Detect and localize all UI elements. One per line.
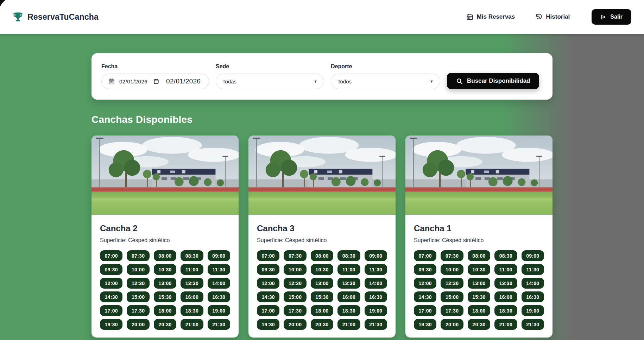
search-availability-button[interactable]: Buscar Disponibilidad: [447, 73, 539, 89]
time-slot-button[interactable]: 09:00: [365, 250, 387, 261]
time-slot-button[interactable]: 08:30: [494, 250, 517, 261]
time-slot-button[interactable]: 13:00: [468, 278, 490, 289]
time-slot-button[interactable]: 13:30: [494, 278, 517, 289]
time-slot-button[interactable]: 19:30: [257, 319, 279, 330]
time-slot-button[interactable]: 15:00: [127, 291, 149, 302]
time-slot-button[interactable]: 12:30: [284, 278, 306, 289]
time-slot-button[interactable]: 20:30: [468, 319, 490, 330]
sede-select[interactable]: Todas ▼: [216, 74, 324, 89]
time-slot-button[interactable]: 12:00: [257, 278, 279, 289]
time-slot-button[interactable]: 18:00: [154, 305, 176, 316]
time-slot-button[interactable]: 07:00: [100, 250, 122, 261]
time-slot-button[interactable]: 11:30: [208, 264, 230, 275]
time-slot-button[interactable]: 17:00: [414, 305, 436, 316]
date-end-value[interactable]: 02/01/2026: [166, 77, 201, 85]
time-slot-button[interactable]: 14:00: [208, 278, 230, 289]
time-slot-button[interactable]: 07:30: [441, 250, 463, 261]
time-slot-button[interactable]: 11:30: [522, 264, 544, 275]
time-slot-button[interactable]: 16:00: [181, 291, 203, 302]
date-picker-icon[interactable]: [153, 78, 159, 84]
time-slot-button[interactable]: 21:00: [337, 319, 360, 330]
time-slot-button[interactable]: 21:30: [522, 319, 544, 330]
time-slot-button[interactable]: 12:30: [127, 278, 149, 289]
deporte-select[interactable]: Todos ▼: [331, 74, 440, 89]
time-slot-button[interactable]: 20:00: [441, 319, 463, 330]
time-slot-button[interactable]: 08:00: [154, 250, 176, 261]
time-slot-button[interactable]: 17:00: [100, 305, 122, 316]
time-slot-button[interactable]: 08:30: [337, 250, 360, 261]
time-slot-button[interactable]: 18:30: [181, 305, 203, 316]
time-slot-button[interactable]: 12:30: [441, 278, 463, 289]
time-slot-button[interactable]: 20:00: [127, 319, 149, 330]
time-slot-button[interactable]: 16:00: [494, 291, 517, 302]
time-slot-button[interactable]: 17:30: [441, 305, 463, 316]
time-slot-button[interactable]: 11:00: [494, 264, 517, 275]
time-slot-button[interactable]: 14:30: [414, 291, 436, 302]
time-slot-button[interactable]: 21:30: [365, 319, 387, 330]
time-slot-button[interactable]: 08:00: [311, 250, 333, 261]
time-slot-button[interactable]: 17:30: [127, 305, 149, 316]
time-slot-button[interactable]: 09:00: [522, 250, 544, 261]
time-slot-button[interactable]: 07:00: [257, 250, 279, 261]
time-slot-button[interactable]: 15:30: [468, 291, 490, 302]
time-slot-button[interactable]: 16:30: [365, 291, 387, 302]
time-slot-button[interactable]: 21:00: [494, 319, 517, 330]
time-slot-button[interactable]: 09:30: [100, 264, 122, 275]
nav-mis-reservas[interactable]: Mis Reservas: [466, 13, 515, 20]
time-slot-button[interactable]: 12:00: [414, 278, 436, 289]
time-slot-button[interactable]: 13:00: [154, 278, 176, 289]
nav-historial[interactable]: Historial: [535, 13, 570, 20]
time-slot-button[interactable]: 10:00: [284, 264, 306, 275]
time-slot-button[interactable]: 21:00: [181, 319, 203, 330]
time-slot-button[interactable]: 19:30: [414, 319, 436, 330]
time-slot-button[interactable]: 15:00: [441, 291, 463, 302]
time-slot-button[interactable]: 10:00: [441, 264, 463, 275]
time-slot-button[interactable]: 10:30: [468, 264, 490, 275]
time-slot-button[interactable]: 18:30: [494, 305, 517, 316]
time-slot-button[interactable]: 13:30: [337, 278, 360, 289]
time-slot-button[interactable]: 13:00: [311, 278, 333, 289]
time-slot-button[interactable]: 18:30: [337, 305, 360, 316]
time-slot-button[interactable]: 19:00: [208, 305, 230, 316]
time-slot-button[interactable]: 18:00: [468, 305, 490, 316]
time-slot-button[interactable]: 10:30: [311, 264, 333, 275]
time-slot-button[interactable]: 09:30: [414, 264, 436, 275]
time-slot-button[interactable]: 14:30: [257, 291, 279, 302]
time-slot-button[interactable]: 17:00: [257, 305, 279, 316]
time-slot-button[interactable]: 18:00: [311, 305, 333, 316]
time-slot-button[interactable]: 09:00: [208, 250, 230, 261]
time-slot-button[interactable]: 12:00: [100, 278, 122, 289]
time-slot-button[interactable]: 19:30: [100, 319, 122, 330]
logout-button[interactable]: Salir: [592, 9, 631, 25]
time-slot-button[interactable]: 16:30: [208, 291, 230, 302]
time-slot-button[interactable]: 13:30: [181, 278, 203, 289]
time-slot-button[interactable]: 16:00: [337, 291, 360, 302]
time-slot-button[interactable]: 20:30: [154, 319, 176, 330]
time-slot-button[interactable]: 19:00: [365, 305, 387, 316]
time-slot-button[interactable]: 15:00: [284, 291, 306, 302]
time-slot-button[interactable]: 16:30: [522, 291, 544, 302]
time-slot-button[interactable]: 10:30: [154, 264, 176, 275]
time-slot-button[interactable]: 07:30: [284, 250, 306, 261]
time-slot-button[interactable]: 20:00: [284, 319, 306, 330]
time-slot-button[interactable]: 14:00: [522, 278, 544, 289]
time-slot-button[interactable]: 17:30: [284, 305, 306, 316]
time-slot-button[interactable]: 07:00: [414, 250, 436, 261]
time-slot-button[interactable]: 14:00: [365, 278, 387, 289]
time-slot-button[interactable]: 08:30: [181, 250, 203, 261]
time-slot-button[interactable]: 15:30: [311, 291, 333, 302]
time-slot-button[interactable]: 08:00: [468, 250, 490, 261]
date-start-value[interactable]: 02/01/2026: [119, 78, 147, 84]
time-slot-button[interactable]: 21:30: [208, 319, 230, 330]
date-range-field[interactable]: 02/01/2026 02/01/2026: [101, 74, 209, 89]
time-slot-button[interactable]: 07:30: [127, 250, 149, 261]
time-slot-button[interactable]: 14:30: [100, 291, 122, 302]
time-slot-button[interactable]: 15:30: [154, 291, 176, 302]
time-slot-button[interactable]: 11:00: [337, 264, 360, 275]
time-slot-button[interactable]: 09:30: [257, 264, 279, 275]
time-slot-button[interactable]: 10:00: [127, 264, 149, 275]
time-slot-button[interactable]: 19:00: [522, 305, 544, 316]
time-slot-button[interactable]: 11:00: [181, 264, 203, 275]
time-slot-button[interactable]: 11:30: [365, 264, 387, 275]
time-slot-button[interactable]: 20:30: [311, 319, 333, 330]
